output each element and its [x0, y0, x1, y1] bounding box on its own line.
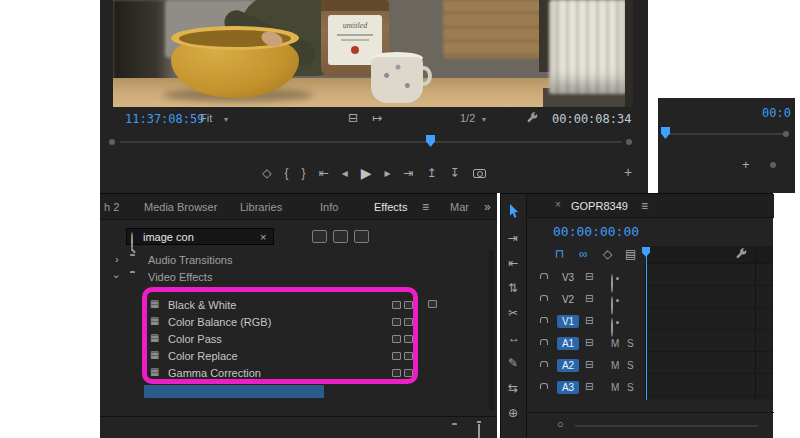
resolution-dropdown[interactable]: 1/2 — [460, 112, 475, 124]
filter-yuv-effects-icon[interactable] — [354, 230, 369, 243]
effect-row-black-and-white[interactable]: ▦ Black & White — [100, 297, 497, 314]
solo-button[interactable]: S — [627, 360, 634, 371]
program-playhead[interactable] — [426, 135, 435, 147]
selected-row-partial[interactable] — [144, 385, 324, 398]
tab-effects[interactable]: Effects — [374, 201, 407, 213]
lift-button[interactable]: ↥ — [427, 167, 437, 179]
zoom-tool-icon[interactable]: ⊕ — [508, 407, 518, 419]
linked-selection-icon[interactable]: ∞ — [579, 248, 588, 260]
play-button[interactable]: ▶ — [361, 166, 372, 180]
horizontal-scrollbar[interactable] — [575, 425, 758, 427]
solo-button[interactable]: S — [627, 338, 634, 349]
scene-radiator — [549, 0, 627, 94]
secondary-scrubber-track[interactable] — [664, 133, 787, 135]
drag-video-icon[interactable]: ⊟ — [348, 112, 358, 124]
source-patch-icon[interactable]: ⊟ — [585, 316, 593, 326]
filter-accelerated-effects-icon[interactable] — [312, 230, 327, 243]
slide-tool-icon[interactable]: ⇆ — [508, 382, 518, 394]
go-to-out-button[interactable]: ⇥ — [403, 167, 413, 179]
source-patch-icon[interactable]: ⊟ — [585, 360, 593, 370]
extract-button[interactable]: ↧ — [450, 167, 460, 179]
secondary-end-dot — [783, 131, 789, 137]
mark-out-button[interactable]: } — [302, 167, 306, 179]
chevron-down-icon[interactable]: › — [111, 275, 122, 279]
close-tab-icon[interactable]: × — [555, 199, 561, 210]
button-editor-plus[interactable]: + — [624, 165, 632, 179]
drag-audio-icon[interactable]: ↦ — [372, 112, 382, 124]
tree-row-audio-transitions[interactable]: › Audio Transitions — [100, 252, 497, 269]
effect-row-color-pass[interactable]: ▦ Color Pass — [100, 331, 497, 348]
search-input[interactable] — [126, 228, 274, 245]
effect-icon: ▦ — [150, 316, 159, 326]
secondary-scrubber[interactable] — [658, 126, 795, 142]
slip-tool-icon[interactable]: ↔ — [508, 332, 520, 344]
fit-caret-icon[interactable]: ▾ — [224, 115, 228, 124]
tab-markers[interactable]: Mar — [450, 201, 469, 213]
mute-button[interactable]: M — [611, 338, 619, 349]
go-to-in-button[interactable]: ⇤ — [319, 167, 329, 179]
add-marker-timeline-icon[interactable]: ◇ — [603, 248, 612, 260]
timeline-wrench-icon[interactable] — [735, 247, 748, 265]
timeline-panel-menu-icon[interactable]: ≡ — [641, 200, 648, 212]
timeline-tab-bar: × GOPR8349 ≡ — [527, 194, 774, 218]
mute-button[interactable]: M — [611, 360, 619, 371]
secondary-playhead[interactable] — [661, 127, 670, 139]
fit-dropdown[interactable]: Fit — [200, 112, 212, 124]
scrubber-track[interactable] — [120, 141, 622, 143]
chevron-right-icon[interactable]: › — [115, 254, 119, 265]
filter-32bit-color-icon[interactable] — [333, 230, 348, 243]
secondary-plus[interactable]: + — [742, 158, 750, 171]
selection-tool-icon[interactable] — [509, 204, 519, 222]
source-patch-icon[interactable]: ⊟ — [585, 294, 593, 304]
snap-magnet-icon[interactable]: ⊓ — [555, 248, 564, 260]
mark-in-button[interactable]: { — [285, 167, 289, 179]
export-frame-camera-icon[interactable] — [473, 169, 486, 178]
track-target-v3[interactable]: V3 — [557, 272, 579, 283]
rolling-edit-tool-icon[interactable]: ⇅ — [508, 282, 518, 294]
timeline-ruler[interactable] — [645, 246, 773, 264]
track-target-a1[interactable]: A1 — [557, 337, 579, 350]
timeline-display-settings-icon[interactable]: ▤ — [625, 248, 636, 260]
source-patch-icon[interactable]: ⊟ — [585, 272, 593, 282]
transport-controls: ◇ { } ⇤ ◂ ▶ ▸ ⇥ ↥ ↧ — [100, 158, 648, 188]
effect-row-gamma-correction[interactable]: ▦ Gamma Correction — [100, 365, 497, 382]
tab-media-browser[interactable]: Media Browser — [144, 201, 217, 213]
solo-button[interactable]: S — [627, 382, 634, 393]
timeline-tab-label[interactable]: GOPR8349 — [571, 200, 628, 212]
track-target-a2[interactable]: A2 — [557, 359, 579, 372]
secondary-timecode[interactable]: 00:0 — [762, 106, 791, 120]
settings-wrench-icon[interactable] — [526, 111, 539, 129]
program-video-frame[interactable]: untitled — [113, 0, 633, 107]
program-scrubber[interactable] — [100, 134, 648, 150]
horizontal-scroll-thumb[interactable]: ○ — [557, 419, 564, 430]
razor-tool-icon[interactable]: ✂ — [508, 307, 518, 319]
search-clear-icon[interactable]: × — [260, 231, 266, 243]
tree-row-video-effects[interactable]: › Video Effects — [100, 269, 497, 286]
timeline-timecode[interactable]: 00:00:00:00 — [553, 224, 639, 239]
mute-button[interactable]: M — [611, 382, 619, 393]
tab-info[interactable]: Info — [320, 201, 338, 213]
tab-sequence[interactable]: h 2 — [104, 201, 119, 213]
add-marker-button[interactable]: ◇ — [262, 167, 271, 179]
panel-menu-icon[interactable]: ≡ — [422, 201, 429, 213]
accelerated-badge-icon — [392, 352, 401, 360]
tab-libraries[interactable]: Libraries — [240, 201, 282, 213]
track-target-v2[interactable]: V2 — [557, 294, 579, 305]
effect-row-color-replace[interactable]: ▦ Color Replace — [100, 348, 497, 365]
tab-overflow-icon[interactable]: » — [484, 201, 491, 213]
track-select-forward-tool-icon[interactable]: ⇥ — [508, 232, 518, 244]
source-patch-icon[interactable]: ⊟ — [585, 338, 593, 348]
delete-bin-icon[interactable] — [478, 424, 480, 438]
track-target-v1[interactable]: V1 — [557, 315, 579, 328]
effects-scrollbar[interactable] — [489, 250, 494, 410]
effect-row-color-balance-rgb[interactable]: ▦ Color Balance (RGB) — [100, 314, 497, 331]
track-target-a3[interactable]: A3 — [557, 381, 579, 394]
step-back-button[interactable]: ◂ — [342, 167, 348, 179]
step-forward-button[interactable]: ▸ — [384, 167, 390, 179]
pen-tool-icon[interactable]: ✎ — [508, 357, 518, 369]
timeline-panel: × GOPR8349 ≡ 00:00:00:00 ⊓ ∞ ◇ ▤ V3 ⊟ — [526, 193, 773, 438]
program-current-timecode[interactable]: 11:37:08:59 — [125, 112, 204, 126]
resolution-caret-icon[interactable]: ▾ — [482, 115, 486, 124]
ripple-edit-tool-icon[interactable]: ⇤ — [508, 257, 518, 269]
source-patch-icon[interactable]: ⊟ — [585, 382, 593, 392]
